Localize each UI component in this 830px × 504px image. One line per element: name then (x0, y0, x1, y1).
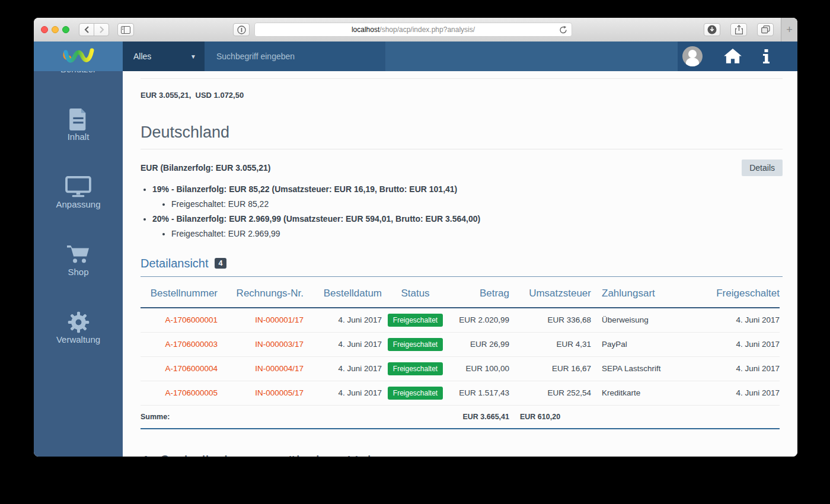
chevron-down-icon: ▼ (190, 53, 196, 60)
amount-cell: EUR 26,99 (449, 332, 509, 356)
payment-method-cell: PayPal (591, 332, 677, 356)
order-number-link[interactable]: A-1706000003 (165, 340, 218, 349)
col-header-freigeschaltet[interactable]: Freigeschaltet (677, 282, 780, 308)
col-header-bestelldatum[interactable]: Bestelldatum (304, 282, 382, 308)
sum-empty (591, 405, 780, 429)
search-box (205, 42, 385, 71)
search-scope-label: Alles (133, 52, 151, 61)
col-header-bestellnummer[interactable]: Bestellnummer (141, 282, 218, 308)
tab-overview-button[interactable] (757, 23, 774, 36)
tax-breakdown-list: 19% - Bilanzerfolg: EUR 85,22 (Umsatzste… (141, 182, 783, 241)
invoice-number-link[interactable]: IN-000003/17 (255, 340, 304, 349)
order-number-link[interactable]: A-1706000005 (165, 388, 218, 397)
balance-line: EUR (Bilanzerfolg: EUR 3.055,21) (141, 160, 270, 173)
zoom-window-button[interactable] (62, 26, 69, 33)
status-badge: Freigeschaltet (388, 338, 443, 351)
url-path: /shop/acp/index.php?analysis/ (379, 25, 475, 34)
info-icon[interactable] (762, 49, 770, 64)
sidebar-icon (121, 26, 130, 34)
tax-item: 19% - Bilanzerfolg: EUR 85,22 (Umsatzste… (152, 182, 783, 212)
minimize-window-button[interactable] (52, 26, 59, 33)
sidebar: Benutzer Inhalt Anpassung (34, 71, 123, 457)
user-avatar[interactable] (682, 46, 703, 66)
amount-cell: EUR 100,00 (449, 356, 509, 381)
chevron-left-icon (84, 26, 90, 33)
col-header-zahlungsart[interactable]: Zahlungsart (591, 282, 677, 308)
table-header-row: Bestellnummer Rechnungs-Nr. Bestelldatum… (141, 282, 780, 308)
col-header-betrag[interactable]: Betrag (449, 282, 509, 308)
content-area: EUR 3.055,21, USD 1.072,50 Deutschland E… (123, 71, 797, 457)
balance-row: EUR (Bilanzerfolg: EUR 3.055,21) Details (141, 160, 783, 176)
nav-spacer (385, 42, 678, 71)
col-header-umsatzsteuer[interactable]: Umsatzsteuer (509, 282, 591, 308)
avatar-head (688, 50, 697, 58)
search-scope-dropdown[interactable]: Alles ▼ (123, 42, 205, 71)
status-badge: Freigeschaltet (388, 314, 443, 327)
acp-top-nav: Alles ▼ (34, 42, 797, 71)
nav-icons-panel (678, 42, 797, 71)
status-badge: Freigeschaltet (388, 387, 443, 400)
order-number-link[interactable]: A-1706000001 (165, 315, 218, 324)
forward-button[interactable] (94, 23, 109, 36)
page-settings-button[interactable] (233, 23, 250, 36)
table-body: A-1706000001 IN-000001/17 4. Juni 2017 F… (141, 308, 780, 405)
share-button[interactable] (730, 23, 747, 36)
approved-date-cell: 4. Juni 2017 (677, 381, 780, 405)
sidebar-item-verwaltung[interactable]: Verwaltung (34, 310, 123, 346)
share-icon (735, 25, 743, 34)
acp-main: Benutzer Inhalt Anpassung (34, 71, 797, 457)
desktop-background: localhost/shop/acp/index.php?analysis/ + (0, 0, 830, 504)
payment-method-cell: Überweisung (591, 308, 677, 332)
reload-icon[interactable] (559, 25, 567, 34)
cart-icon (34, 243, 123, 266)
approved-date-cell: 4. Juni 2017 (677, 332, 780, 356)
downloads-button[interactable] (704, 23, 720, 36)
monitor-icon (34, 175, 123, 199)
section-divider (141, 78, 783, 79)
address-bar[interactable]: localhost/shop/acp/index.php?analysis/ (254, 23, 572, 37)
back-button[interactable] (79, 23, 94, 36)
gear-icon (34, 310, 123, 334)
amount-cell: EUR 1.517,43 (449, 381, 509, 405)
sidebar-item-inhalt[interactable]: Inhalt (34, 107, 123, 143)
download-icon (707, 25, 717, 34)
file-text-icon (34, 107, 123, 131)
details-button[interactable]: Details (742, 160, 783, 176)
invoice-number-link[interactable]: IN-000001/17 (255, 315, 304, 324)
tax-cell: EUR 4,31 (509, 332, 591, 356)
amount-cell: EUR 2.020,99 (449, 308, 509, 332)
tax-cell: EUR 336,68 (509, 308, 591, 332)
close-window-button[interactable] (41, 26, 48, 33)
order-date-cell: 4. Juni 2017 (304, 381, 382, 405)
home-icon[interactable] (724, 49, 742, 64)
col-header-status[interactable]: Status (382, 282, 449, 308)
table-row: A-1706000004 IN-000004/17 4. Juni 2017 F… (141, 356, 780, 381)
table-row: A-1706000005 IN-000005/17 4. Juni 2017 F… (141, 381, 780, 405)
new-tab-button[interactable]: + (781, 18, 797, 42)
tax-cell: EUR 16,67 (509, 356, 591, 381)
invoice-number-link[interactable]: IN-000004/17 (255, 364, 304, 373)
section-title-non-eu: Außerhalb der europäischen Union (141, 453, 783, 457)
payment-method-cell: SEPA Lastschrift (591, 356, 677, 381)
tax-subitem: Freigeschaltet: EUR 2.969,99 (171, 227, 783, 241)
sum-betrag: EUR 3.665,41 (449, 405, 509, 429)
sidebar-item-anpassung[interactable]: Anpassung (34, 175, 123, 210)
sidebar-item-benutzer[interactable]: Benutzer (34, 71, 123, 75)
invoice-number-link[interactable]: IN-000005/17 (255, 388, 304, 397)
status-badge: Freigeschaltet (388, 362, 443, 375)
woltlab-logo-icon (60, 45, 97, 68)
circled-bar-icon (237, 25, 246, 34)
tabs-icon (761, 25, 770, 34)
tax-cell: EUR 252,54 (509, 381, 591, 405)
payment-method-cell: Kreditkarte (591, 381, 677, 405)
url-host: localhost (352, 25, 379, 34)
sum-umsatzsteuer: EUR 610,20 (509, 405, 591, 429)
order-date-cell: 4. Juni 2017 (304, 308, 382, 332)
order-date-cell: 4. Juni 2017 (304, 332, 382, 356)
sidebar-toggle-button[interactable] (117, 23, 134, 36)
sidebar-item-shop[interactable]: Shop (34, 243, 123, 278)
app-logo[interactable] (34, 42, 123, 71)
order-number-link[interactable]: A-1706000004 (165, 364, 218, 373)
search-input[interactable] (205, 52, 385, 61)
col-header-rechnungs-nr[interactable]: Rechnungs-Nr. (218, 282, 304, 308)
